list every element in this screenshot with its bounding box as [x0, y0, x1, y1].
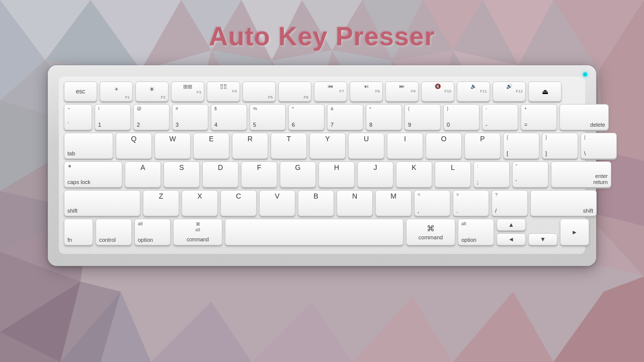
key-v[interactable]: V: [259, 190, 295, 216]
key-caps-lock[interactable]: caps lock: [64, 161, 122, 188]
key-y[interactable]: Y: [309, 133, 346, 159]
key-option-left[interactable]: alt option: [134, 219, 171, 245]
key-enter[interactable]: enter return: [551, 161, 611, 188]
key-f1[interactable]: ☀ F1: [100, 81, 133, 102]
key-arrow-up[interactable]: ▲: [497, 219, 526, 231]
key-f12[interactable]: 🔊 F12: [493, 81, 526, 102]
key-m[interactable]: M: [375, 190, 412, 216]
key-slash[interactable]: ? /: [492, 190, 528, 216]
key-s[interactable]: S: [164, 161, 200, 188]
bottom-row: fn control alt option ⌘ alt command ⌘ co…: [64, 219, 580, 245]
key-f[interactable]: F: [241, 161, 277, 188]
key-minus[interactable]: - -: [482, 104, 518, 130]
key-n[interactable]: N: [337, 190, 373, 216]
key-j[interactable]: J: [357, 161, 393, 188]
key-backslash[interactable]: | \: [581, 133, 617, 159]
key-u[interactable]: U: [348, 133, 384, 159]
key-4[interactable]: $ 4: [211, 104, 247, 130]
key-f9[interactable]: ⏭ F9: [385, 81, 419, 102]
key-7[interactable]: & 7: [327, 104, 363, 130]
key-command-left[interactable]: ⌘ alt command: [173, 219, 222, 245]
key-b[interactable]: B: [298, 190, 334, 216]
zxcv-row: shift Z X C V B N M < , > . ? / shift: [64, 190, 580, 216]
key-2[interactable]: @ 2: [133, 104, 170, 130]
key-1[interactable]: ! 1: [95, 104, 131, 130]
key-command-right[interactable]: ⌘ command: [406, 219, 455, 245]
key-t[interactable]: T: [271, 133, 307, 159]
key-eject[interactable]: ⏏: [528, 81, 561, 102]
key-arrow-left[interactable]: ◄: [497, 233, 526, 245]
key-quote[interactable]: " ': [512, 161, 548, 188]
key-k[interactable]: K: [396, 161, 432, 188]
key-semicolon[interactable]: : ;: [473, 161, 510, 188]
key-f4[interactable]: ⣿⣿ F4: [207, 81, 240, 102]
key-f7[interactable]: ⏮ F7: [314, 81, 347, 102]
key-delete[interactable]: delete: [559, 104, 609, 130]
key-9[interactable]: ( 9: [405, 104, 441, 130]
led-indicator: [583, 72, 587, 76]
key-esc[interactable]: esc: [64, 81, 97, 102]
key-period[interactable]: > .: [453, 190, 489, 216]
key-tab[interactable]: tab: [64, 133, 113, 159]
key-r[interactable]: R: [232, 133, 268, 159]
key-close-bracket[interactable]: } ]: [542, 133, 578, 159]
key-arrow-right[interactable]: ►: [560, 219, 589, 245]
key-space[interactable]: [225, 219, 404, 245]
arrow-cluster: ▲ ◄ ▼: [497, 219, 557, 245]
key-l[interactable]: L: [435, 161, 471, 188]
key-i[interactable]: I: [387, 133, 423, 159]
key-o[interactable]: O: [426, 133, 462, 159]
key-shift-left[interactable]: shift: [64, 190, 140, 216]
key-h[interactable]: H: [318, 161, 355, 188]
key-d[interactable]: D: [202, 161, 238, 188]
key-equals[interactable]: + =: [521, 104, 557, 130]
key-tilde[interactable]: ~ `: [64, 104, 92, 130]
key-6[interactable]: ^ 6: [288, 104, 325, 130]
key-f6[interactable]: F6: [278, 81, 311, 102]
keyboard: esc ☀ F1 ☀ F2 ⊞⊞ F3 ⣿⣿ F4: [48, 65, 596, 266]
key-shift-right[interactable]: shift: [530, 190, 597, 216]
key-0[interactable]: ) 0: [443, 104, 479, 130]
key-open-bracket[interactable]: { [: [503, 133, 539, 159]
key-f5[interactable]: F5: [243, 81, 276, 102]
key-x[interactable]: X: [182, 190, 218, 216]
key-e[interactable]: E: [193, 133, 229, 159]
key-p[interactable]: P: [464, 133, 501, 159]
key-z[interactable]: Z: [143, 190, 179, 216]
asdf-row: caps lock A S D F G H J K L : ; " ' ente…: [64, 161, 580, 188]
key-option-right[interactable]: alt option: [458, 219, 494, 245]
key-g[interactable]: G: [280, 161, 316, 188]
key-a[interactable]: A: [125, 161, 161, 188]
qwerty-row: tab Q W E R T Y U I O P { [ } ] | \: [64, 133, 580, 159]
key-f2[interactable]: ☀ F2: [135, 81, 169, 102]
key-comma[interactable]: < ,: [414, 190, 450, 216]
num-row: ~ ` ! 1 @ 2 # 3 $ 4 % 5: [64, 104, 580, 130]
key-c[interactable]: C: [220, 190, 257, 216]
key-control[interactable]: control: [96, 219, 132, 245]
caps-lock-led: [68, 165, 71, 167]
key-q[interactable]: Q: [116, 133, 152, 159]
key-f3[interactable]: ⊞⊞ F3: [171, 81, 204, 102]
key-f8[interactable]: ⏯ F8: [350, 81, 383, 102]
key-8[interactable]: * 8: [366, 104, 402, 130]
key-fn[interactable]: fn: [64, 219, 93, 245]
key-f10[interactable]: 🔇 F10: [421, 81, 454, 102]
fn-row: esc ☀ F1 ☀ F2 ⊞⊞ F3 ⣿⣿ F4: [64, 81, 580, 102]
key-5[interactable]: % 5: [250, 104, 286, 130]
key-arrow-down[interactable]: ▼: [528, 233, 557, 245]
page-title: Auto Key Presser: [0, 0, 644, 51]
key-w[interactable]: W: [154, 133, 191, 159]
key-3[interactable]: # 3: [172, 104, 208, 130]
arrow-lr-row: ◄ ▼: [497, 233, 557, 245]
key-f11[interactable]: 🔉 F11: [457, 81, 490, 102]
keyboard-inner: esc ☀ F1 ☀ F2 ⊞⊞ F3 ⣿⣿ F4: [59, 76, 585, 254]
